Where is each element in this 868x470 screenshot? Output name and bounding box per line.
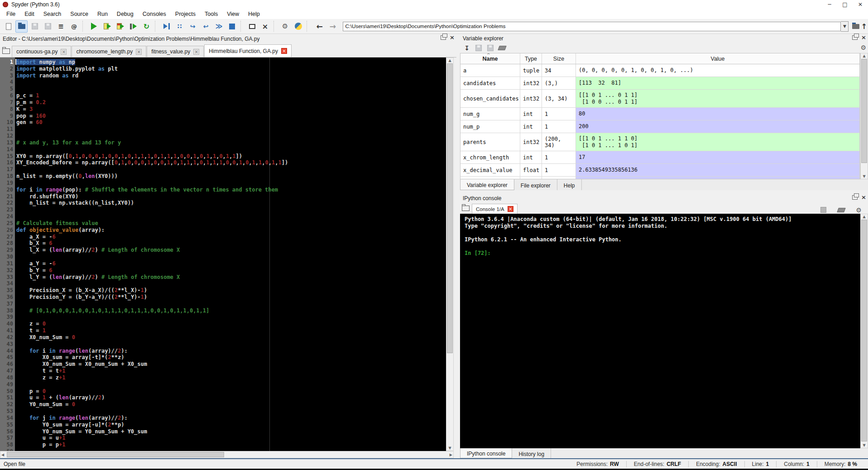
variable-explorer-scrollbar[interactable]: ▲ ▼ <box>860 53 868 179</box>
scrollbar-thumb[interactable] <box>861 59 867 163</box>
code-line[interactable]: p = 0 <box>16 388 46 394</box>
open-file-icon[interactable] <box>15 20 28 33</box>
table-row[interactable]: chosen_candidatesint32(3, 34)[[1 0 1 ...… <box>460 90 860 108</box>
browse-directory-icon[interactable] <box>852 20 859 33</box>
variable-value[interactable]: 80 <box>576 108 860 120</box>
code-line[interactable]: import numpy as np <box>16 59 75 65</box>
scrollbar-thumb[interactable] <box>7 452 224 457</box>
menu-consoles[interactable]: Consoles <box>138 10 171 18</box>
working-directory-input[interactable] <box>343 22 841 31</box>
variable-explorer-options-gear-icon[interactable]: ⚙ <box>860 44 866 51</box>
editor-tab[interactable]: continuous-ga.py× <box>12 46 71 57</box>
maximize-pane-icon[interactable] <box>246 20 258 33</box>
menu-edit[interactable]: Edit <box>20 10 39 18</box>
code-line[interactable]: b_Y = 6 <box>16 267 52 273</box>
column-header-value[interactable]: Value <box>576 53 860 64</box>
run-current-icon[interactable] <box>127 20 139 33</box>
menu-projects[interactable]: Projects <box>171 10 200 18</box>
code-line[interactable]: a_X = -6 <box>16 234 56 240</box>
code-line[interactable]: t = 1 <box>16 327 46 334</box>
menu-file[interactable]: File <box>2 10 20 18</box>
import-data-icon[interactable]: ↧ <box>461 43 472 53</box>
table-row[interactable]: x_chrom_lengthint117 <box>460 151 860 164</box>
code-line[interactable]: def objective_value(array): <box>16 227 105 233</box>
tab-history-log[interactable]: History log <box>512 448 551 458</box>
step-into-icon[interactable]: ↪ <box>187 20 199 33</box>
variable-value[interactable]: [[1 0 1 ... 1 1 0] [1 0 1 ... 1 0 1] <box>576 133 860 151</box>
close-button[interactable]: ✕ <box>853 0 868 9</box>
reset-namespace-icon[interactable] <box>497 43 508 53</box>
stop-icon[interactable] <box>226 20 238 33</box>
editor-tab[interactable]: fitness_value.py× <box>147 46 204 57</box>
debug-icon[interactable] <box>160 20 173 33</box>
column-header-size[interactable]: Size <box>542 53 576 64</box>
code-line[interactable]: Y0_num_Sum = Y0_num_Sum + Y0_sum <box>16 428 147 435</box>
variable-value[interactable]: [113 32 81] <box>576 77 860 89</box>
editor-close-icon[interactable]: × <box>450 35 455 40</box>
code-line[interactable]: l_Y = (len(array)//2) # Length of chromo… <box>16 274 180 280</box>
save-icon[interactable] <box>29 20 41 33</box>
code-line[interactable]: rd.shuffle(XY0) <box>16 193 78 200</box>
save-data-icon[interactable] <box>473 43 484 53</box>
code-line[interactable]: p_c = 1 <box>16 92 39 99</box>
variable-explorer-close-icon[interactable]: × <box>861 35 866 40</box>
code-line[interactable]: u = u+1 <box>16 435 65 441</box>
menu-view[interactable]: View <box>222 10 244 18</box>
code-line[interactable]: z = z+1 <box>16 374 65 381</box>
editor-tab[interactable]: chromosome_length.py× <box>72 46 146 57</box>
code-line[interactable]: XY0 = np.array([0,1,0,0,0,1,0,0,1,0,1,1,… <box>16 153 242 159</box>
scroll-right-icon[interactable]: ▶ <box>450 453 452 457</box>
file-switcher-icon[interactable]: ≡ <box>55 20 67 33</box>
scroll-down-icon[interactable]: ▼ <box>861 443 868 447</box>
code-line[interactable]: p_m = 0.2 <box>16 99 46 106</box>
variable-value[interactable]: 17 <box>576 151 860 163</box>
console-output-area[interactable]: Python 3.6.4 |Anaconda custom (64-bit)| … <box>460 214 860 448</box>
code-line[interactable]: X0_num_Sum = 0 <box>16 334 75 341</box>
table-row[interactable]: x_decimal_valuefloat12.6338549335856136 <box>460 164 860 177</box>
browse-consoles-icon[interactable] <box>460 203 471 214</box>
column-header-type[interactable]: Type <box>520 53 542 64</box>
code-line[interactable]: XY_Encoded_Before = np.array([0,1,0,0,0,… <box>16 159 288 166</box>
code-line[interactable]: import matplotlib.pyplot as plt <box>16 66 118 72</box>
variable-explorer-undock-icon[interactable] <box>852 35 858 40</box>
scroll-down-icon[interactable]: ▼ <box>861 174 868 178</box>
code-line[interactable]: p = p+1 <box>16 441 65 448</box>
console-scrollbar[interactable]: ▲ ▼ <box>860 214 868 448</box>
code-line[interactable]: Y0_num_Sum = 0 <box>16 401 75 408</box>
code-line[interactable]: # Calculate fitness value <box>16 220 98 226</box>
editor-tab[interactable]: Himmelblau Function, GA.py× <box>204 44 292 57</box>
code-line[interactable]: # x and y, 13 for x and 13 for y <box>16 139 121 146</box>
code-editor[interactable]: 1import numpy as np2import matplotlib.py… <box>0 58 446 451</box>
python-icon[interactable] <box>292 20 304 33</box>
scroll-up-icon[interactable]: ▲ <box>861 54 868 58</box>
code-line[interactable]: Precision_X = (b_X-a_X)/((2**l_X)-1) <box>16 287 147 293</box>
variable-value[interactable]: [[1 0 1 ... 0 1 1] [1 0 0 ... 0 1 1] <box>576 90 860 107</box>
table-row[interactable]: parentsint32(200, 34)[[1 0 1 ... 1 1 0] … <box>460 133 860 151</box>
code-line[interactable]: for i in range(len(array)//2): <box>16 348 128 354</box>
run-icon[interactable] <box>88 20 100 33</box>
menu-debug[interactable]: Debug <box>112 10 138 18</box>
editor-horizontal-scrollbar[interactable]: ◀ ▶ <box>0 451 454 458</box>
menu-search[interactable]: Search <box>39 10 66 18</box>
table-row[interactable]: candidatesint32(3,)[113 32 81] <box>460 77 860 90</box>
menu-help[interactable]: Help <box>244 10 264 18</box>
code-line[interactable]: import random as rd <box>16 72 78 79</box>
code-line[interactable]: Precision_Y = (b_Y-a_Y)/((2**l_Y)-1) <box>16 294 147 300</box>
variable-value[interactable]: 2.6338549335856136 <box>576 164 860 176</box>
save-all-icon[interactable] <box>42 20 54 33</box>
code-line[interactable]: n_list = np.empty((0,len(XY0))) <box>16 173 118 179</box>
rerun-icon[interactable]: ↻ <box>140 20 153 33</box>
scroll-down-icon[interactable]: ▼ <box>446 446 453 450</box>
code-line[interactable]: b_X = 6 <box>16 240 52 246</box>
close-console-icon[interactable]: × <box>508 206 513 212</box>
scroll-up-icon[interactable]: ▲ <box>446 58 453 62</box>
scrollbar-thumb[interactable] <box>447 63 453 353</box>
path-dropdown-icon[interactable]: ▼ <box>841 21 849 32</box>
fullscreen-icon[interactable]: × <box>259 20 271 33</box>
tab-file-explorer[interactable]: File explorer <box>514 179 557 190</box>
scroll-up-icon[interactable]: ▲ <box>861 215 868 219</box>
code-line[interactable]: X0_num_Sum = X0_num_Sum + X0_sum <box>16 361 147 367</box>
console-tab[interactable]: Console 1/A × <box>472 204 518 214</box>
table-row[interactable]: atuple34(0, 0, 0, 0, 0, 1, 0, 0, 1, 0, .… <box>460 64 860 77</box>
preferences-icon[interactable]: ⚙ <box>279 20 291 33</box>
